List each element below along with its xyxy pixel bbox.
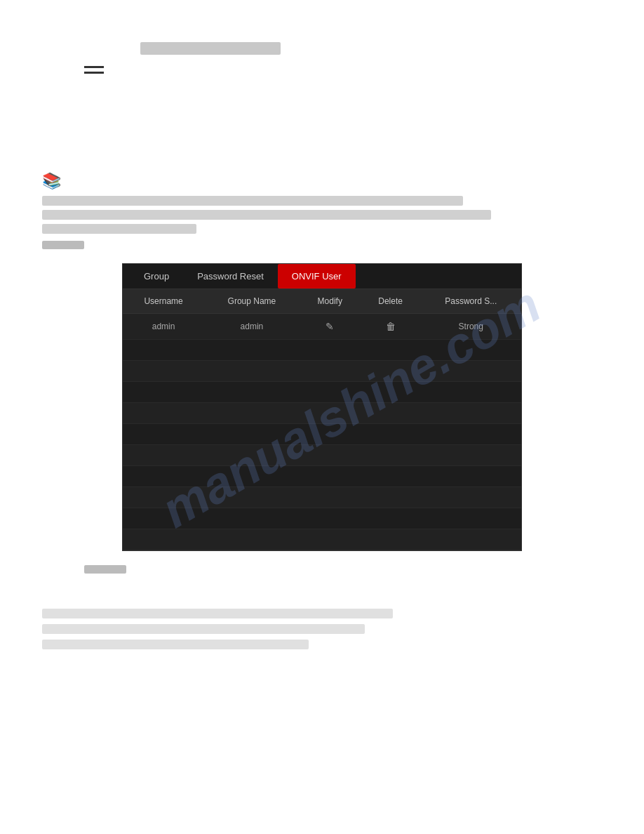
col-username: Username: [123, 289, 204, 314]
col-group-name: Group Name: [204, 289, 300, 314]
top-gray-bar: [140, 42, 281, 55]
hamburger-line-2: [84, 72, 104, 74]
table-row-empty-6: [123, 445, 521, 466]
tab-password-reset[interactable]: Password Reset: [183, 264, 278, 289]
note-link[interactable]: [42, 241, 84, 249]
note-section: 📚: [42, 172, 602, 249]
note-lines: [42, 196, 602, 234]
col-delete: Delete: [361, 289, 421, 314]
table-row-empty-7: [123, 466, 521, 487]
table-row-empty-4: [123, 403, 521, 424]
lower-content: [0, 595, 644, 663]
table-row-empty-1: [123, 340, 521, 361]
table-row: admin admin ✎ 🗑 Strong: [123, 314, 521, 340]
tab-onvif-user[interactable]: ONVIF User: [278, 264, 356, 289]
lower-line-3: [42, 640, 309, 649]
tab-group[interactable]: Group: [130, 264, 183, 289]
cell-group-name: admin: [204, 314, 300, 340]
cell-password-strength: Strong: [421, 314, 522, 340]
book-icon: 📚: [42, 172, 602, 190]
note-line-2: [42, 210, 491, 220]
delete-icon[interactable]: 🗑: [386, 321, 396, 332]
note-line-1: [42, 196, 463, 206]
lower-line-1: [42, 609, 393, 618]
table-row-empty-8: [123, 487, 521, 508]
col-modify: Modify: [300, 289, 361, 314]
table-row-empty-2: [123, 361, 521, 382]
bottom-link[interactable]: [84, 565, 126, 574]
lower-line-2: [42, 624, 365, 634]
top-bar: [0, 42, 644, 74]
table-row-empty-10: [123, 529, 521, 550]
tabs-bar: Group Password Reset ONVIF User: [123, 264, 521, 289]
cell-delete[interactable]: 🗑: [361, 314, 421, 340]
cell-username: admin: [123, 314, 204, 340]
edit-icon[interactable]: ✎: [326, 321, 334, 332]
lower-text-lines: [42, 609, 602, 649]
hamburger-line-1: [84, 66, 104, 68]
table-row-empty-3: [123, 382, 521, 403]
col-password-strength: Password S...: [421, 289, 522, 314]
note-line-3: [42, 224, 196, 234]
table-row-empty-9: [123, 508, 521, 529]
ui-panel: Group Password Reset ONVIF User Username…: [122, 263, 522, 551]
table-body: admin admin ✎ 🗑 Strong: [123, 314, 521, 550]
hamburger-menu: [84, 66, 104, 74]
main-content: 📚 Group Password Reset ONVIF User Userna…: [0, 74, 644, 588]
user-table: Username Group Name Modify Delete Passwo…: [123, 289, 521, 550]
table-header: Username Group Name Modify Delete Passwo…: [123, 289, 521, 314]
cell-modify[interactable]: ✎: [300, 314, 361, 340]
table-row-empty-5: [123, 424, 521, 445]
